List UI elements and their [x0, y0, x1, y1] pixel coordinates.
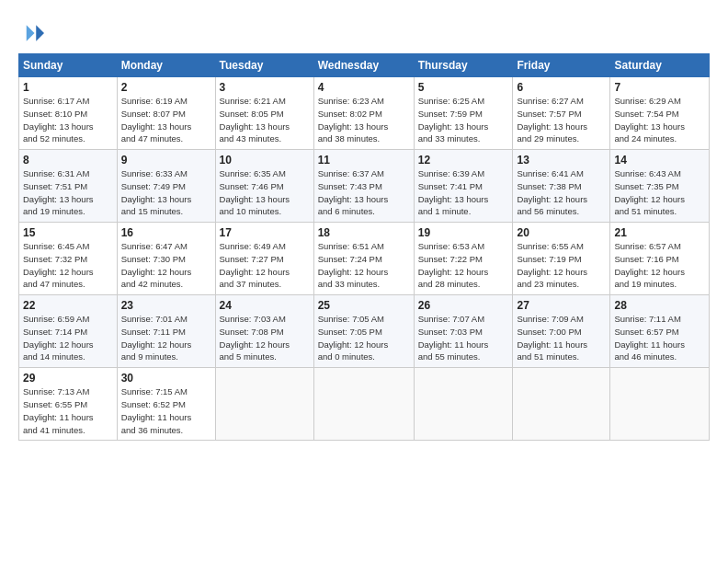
calendar-cell: 26Sunrise: 7:07 AM Sunset: 7:03 PM Dayli…	[414, 295, 513, 368]
day-info: Sunrise: 6:23 AM Sunset: 8:02 PM Dayligh…	[318, 95, 410, 145]
day-info: Sunrise: 6:25 AM Sunset: 7:59 PM Dayligh…	[418, 95, 509, 145]
day-number: 10	[220, 154, 310, 167]
day-info: Sunrise: 6:53 AM Sunset: 7:22 PM Dayligh…	[418, 240, 509, 291]
day-number: 18	[318, 226, 410, 239]
calendar-cell: 20Sunrise: 6:55 AM Sunset: 7:19 PM Dayli…	[513, 223, 610, 295]
day-number: 17	[220, 226, 310, 239]
day-info: Sunrise: 6:47 AM Sunset: 7:30 PM Dayligh…	[121, 240, 211, 291]
header-day-tuesday: Tuesday	[215, 54, 313, 77]
day-number: 8	[23, 154, 113, 167]
day-number: 16	[121, 226, 211, 239]
day-number: 4	[318, 81, 410, 94]
day-number: 14	[614, 154, 705, 167]
header-day-wednesday: Wednesday	[313, 54, 414, 77]
calendar-cell: 14Sunrise: 6:43 AM Sunset: 7:35 PM Dayli…	[610, 150, 710, 223]
day-info: Sunrise: 6:19 AM Sunset: 8:07 PM Dayligh…	[121, 95, 211, 145]
page: SundayMondayTuesdayWednesdayThursdayFrid…	[0, 0, 728, 563]
day-number: 23	[121, 299, 211, 312]
calendar-cell: 1Sunrise: 6:17 AM Sunset: 8:10 PM Daylig…	[19, 77, 118, 150]
day-info: Sunrise: 7:03 AM Sunset: 7:08 PM Dayligh…	[220, 313, 310, 363]
day-number: 9	[121, 154, 211, 167]
day-number: 13	[517, 154, 606, 167]
calendar-cell: 28Sunrise: 7:11 AM Sunset: 6:57 PM Dayli…	[610, 295, 710, 368]
calendar-cell: 15Sunrise: 6:45 AM Sunset: 7:32 PM Dayli…	[19, 223, 118, 295]
week-row-2: 8Sunrise: 6:31 AM Sunset: 7:51 PM Daylig…	[19, 150, 710, 223]
calendar-cell: 8Sunrise: 6:31 AM Sunset: 7:51 PM Daylig…	[19, 150, 118, 223]
week-row-5: 29Sunrise: 7:13 AM Sunset: 6:55 PM Dayli…	[19, 368, 710, 441]
day-number: 19	[418, 226, 509, 239]
calendar-cell: 25Sunrise: 7:05 AM Sunset: 7:05 PM Dayli…	[313, 295, 414, 368]
day-info: Sunrise: 6:31 AM Sunset: 7:51 PM Dayligh…	[23, 167, 113, 218]
day-info: Sunrise: 6:51 AM Sunset: 7:24 PM Dayligh…	[318, 240, 410, 291]
day-number: 22	[23, 299, 113, 312]
day-number: 12	[418, 154, 509, 167]
day-info: Sunrise: 6:59 AM Sunset: 7:14 PM Dayligh…	[23, 313, 113, 363]
calendar-cell: 27Sunrise: 7:09 AM Sunset: 7:00 PM Dayli…	[513, 295, 610, 368]
day-number: 7	[614, 81, 705, 94]
calendar-cell	[215, 368, 313, 441]
day-info: Sunrise: 6:57 AM Sunset: 7:16 PM Dayligh…	[614, 240, 705, 291]
day-number: 3	[220, 81, 310, 94]
calendar-cell: 5Sunrise: 6:25 AM Sunset: 7:59 PM Daylig…	[414, 77, 513, 150]
calendar-cell: 30Sunrise: 7:15 AM Sunset: 6:52 PM Dayli…	[117, 368, 215, 441]
day-info: Sunrise: 6:29 AM Sunset: 7:54 PM Dayligh…	[614, 95, 705, 145]
header-day-saturday: Saturday	[610, 54, 710, 77]
day-number: 1	[23, 81, 113, 94]
logo	[18, 20, 48, 46]
day-number: 29	[23, 372, 113, 385]
day-info: Sunrise: 7:11 AM Sunset: 6:57 PM Dayligh…	[614, 313, 705, 363]
week-row-4: 22Sunrise: 6:59 AM Sunset: 7:14 PM Dayli…	[19, 295, 710, 368]
calendar-cell: 7Sunrise: 6:29 AM Sunset: 7:54 PM Daylig…	[610, 77, 710, 150]
day-info: Sunrise: 7:09 AM Sunset: 7:00 PM Dayligh…	[517, 313, 606, 363]
day-info: Sunrise: 6:55 AM Sunset: 7:19 PM Dayligh…	[517, 240, 606, 291]
calendar-cell: 19Sunrise: 6:53 AM Sunset: 7:22 PM Dayli…	[414, 223, 513, 295]
calendar-cell: 23Sunrise: 7:01 AM Sunset: 7:11 PM Dayli…	[117, 295, 215, 368]
calendar-cell: 22Sunrise: 6:59 AM Sunset: 7:14 PM Dayli…	[19, 295, 118, 368]
calendar-cell: 9Sunrise: 6:33 AM Sunset: 7:49 PM Daylig…	[117, 150, 215, 223]
calendar-cell: 16Sunrise: 6:47 AM Sunset: 7:30 PM Dayli…	[117, 223, 215, 295]
day-info: Sunrise: 7:13 AM Sunset: 6:55 PM Dayligh…	[23, 385, 113, 436]
week-row-3: 15Sunrise: 6:45 AM Sunset: 7:32 PM Dayli…	[19, 223, 710, 295]
calendar-cell: 12Sunrise: 6:39 AM Sunset: 7:41 PM Dayli…	[414, 150, 513, 223]
calendar-cell: 17Sunrise: 6:49 AM Sunset: 7:27 PM Dayli…	[215, 223, 313, 295]
header-day-sunday: Sunday	[19, 54, 118, 77]
header-row: SundayMondayTuesdayWednesdayThursdayFrid…	[19, 54, 710, 77]
header-day-friday: Friday	[513, 54, 610, 77]
day-number: 11	[318, 154, 410, 167]
svg-marker-0	[36, 25, 44, 41]
day-number: 6	[517, 81, 606, 94]
day-number: 27	[517, 299, 606, 312]
calendar-cell: 24Sunrise: 7:03 AM Sunset: 7:08 PM Dayli…	[215, 295, 313, 368]
calendar-cell: 11Sunrise: 6:37 AM Sunset: 7:43 PM Dayli…	[313, 150, 414, 223]
day-info: Sunrise: 6:39 AM Sunset: 7:41 PM Dayligh…	[418, 167, 509, 218]
day-info: Sunrise: 6:37 AM Sunset: 7:43 PM Dayligh…	[318, 167, 410, 218]
logo-icon	[18, 20, 44, 46]
day-info: Sunrise: 7:05 AM Sunset: 7:05 PM Dayligh…	[318, 313, 410, 363]
day-info: Sunrise: 7:01 AM Sunset: 7:11 PM Dayligh…	[121, 313, 211, 363]
day-number: 2	[121, 81, 211, 94]
day-info: Sunrise: 6:27 AM Sunset: 7:57 PM Dayligh…	[517, 95, 606, 145]
day-info: Sunrise: 6:33 AM Sunset: 7:49 PM Dayligh…	[121, 167, 211, 218]
day-info: Sunrise: 6:35 AM Sunset: 7:46 PM Dayligh…	[220, 167, 310, 218]
day-info: Sunrise: 6:17 AM Sunset: 8:10 PM Dayligh…	[23, 95, 113, 145]
calendar-cell: 6Sunrise: 6:27 AM Sunset: 7:57 PM Daylig…	[513, 77, 610, 150]
day-number: 5	[418, 81, 509, 94]
calendar-cell	[313, 368, 414, 441]
calendar-cell	[414, 368, 513, 441]
calendar-cell: 21Sunrise: 6:57 AM Sunset: 7:16 PM Dayli…	[610, 223, 710, 295]
calendar-table: SundayMondayTuesdayWednesdayThursdayFrid…	[18, 53, 710, 441]
calendar-cell: 2Sunrise: 6:19 AM Sunset: 8:07 PM Daylig…	[117, 77, 215, 150]
calendar-header: SundayMondayTuesdayWednesdayThursdayFrid…	[19, 54, 710, 77]
calendar-cell: 13Sunrise: 6:41 AM Sunset: 7:38 PM Dayli…	[513, 150, 610, 223]
header-day-monday: Monday	[117, 54, 215, 77]
calendar-cell: 3Sunrise: 6:21 AM Sunset: 8:05 PM Daylig…	[215, 77, 313, 150]
day-info: Sunrise: 6:45 AM Sunset: 7:32 PM Dayligh…	[23, 240, 113, 291]
day-number: 30	[121, 372, 211, 385]
svg-marker-1	[27, 25, 35, 41]
day-info: Sunrise: 6:43 AM Sunset: 7:35 PM Dayligh…	[614, 167, 705, 218]
day-info: Sunrise: 6:21 AM Sunset: 8:05 PM Dayligh…	[220, 95, 310, 145]
day-number: 26	[418, 299, 509, 312]
day-info: Sunrise: 6:49 AM Sunset: 7:27 PM Dayligh…	[220, 240, 310, 291]
day-number: 28	[614, 299, 705, 312]
day-number: 21	[614, 226, 705, 239]
